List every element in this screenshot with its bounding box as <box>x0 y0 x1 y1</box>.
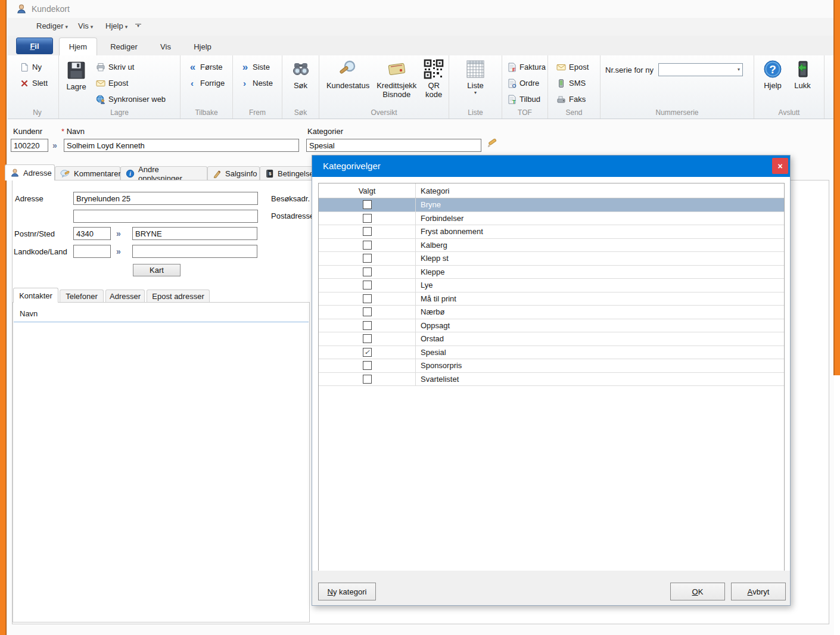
category-checkbox[interactable] <box>363 375 372 384</box>
navn-input[interactable] <box>64 139 299 152</box>
printer-icon <box>95 62 105 72</box>
skriv-ut-button[interactable]: Skriv ut <box>92 61 169 73</box>
forrige-button[interactable]: ‹Forrige <box>184 77 228 89</box>
lukk-button[interactable]: Lukk <box>790 59 815 90</box>
category-checkbox[interactable] <box>363 200 372 209</box>
comment-bubble-icon <box>60 169 70 178</box>
dialog-titlebar[interactable]: Kategorivelger × <box>312 155 790 177</box>
tilbud-button[interactable]: TTilbud <box>503 94 549 105</box>
category-row[interactable]: Forbindelser <box>319 212 784 226</box>
category-checkbox[interactable] <box>363 241 372 250</box>
ny-kategori-button[interactable]: Ny kategori <box>318 583 376 600</box>
category-checkbox[interactable] <box>363 361 372 370</box>
kundenr-input[interactable] <box>11 139 48 152</box>
ordre-button[interactable]: OOrdre <box>503 77 549 89</box>
category-checkbox[interactable] <box>363 227 372 236</box>
send-faks-button[interactable]: Faks <box>553 94 592 105</box>
ribbon: Ny Slett Ny Lagre Skriv ut Epost Synkron… <box>8 55 833 119</box>
category-checkbox-checked[interactable]: ✓ <box>363 348 372 357</box>
neste-button[interactable]: ›Neste <box>237 77 276 89</box>
category-checkbox[interactable] <box>363 254 372 263</box>
contact-list-navn-header[interactable]: Navn <box>20 309 38 318</box>
slett-button[interactable]: Slett <box>16 77 51 89</box>
land-input[interactable] <box>132 245 257 258</box>
category-checkbox[interactable] <box>363 281 372 290</box>
kundenr-lookup-button[interactable]: » <box>52 141 57 150</box>
send-epost-button[interactable]: Epost <box>553 61 592 73</box>
category-row[interactable]: Fryst abonnement <box>319 225 784 239</box>
ribbon-group-frem: »Siste ›Neste Frem <box>233 55 282 119</box>
category-row[interactable]: Må til print <box>319 292 784 306</box>
postnr-input[interactable] <box>73 227 111 240</box>
category-row[interactable]: ✓Spesial <box>319 346 784 360</box>
category-row[interactable]: Orstad <box>319 332 784 346</box>
dialog-close-button[interactable]: × <box>772 158 788 174</box>
category-checkbox[interactable] <box>363 294 372 303</box>
tab-vis[interactable]: Vis <box>150 38 182 55</box>
forste-button[interactable]: «Første <box>184 61 228 73</box>
lagre-button[interactable]: Lagre <box>64 60 89 105</box>
category-checkbox[interactable] <box>363 334 372 343</box>
category-row[interactable]: Kalberg <box>319 239 784 253</box>
faktura-button[interactable]: FFaktura <box>503 61 549 73</box>
menu-hjelp[interactable]: Hjelp▾ <box>105 21 127 30</box>
postnr-lookup-button[interactable]: » <box>116 229 120 238</box>
nrserie-combobox[interactable]: ▾ <box>658 63 743 76</box>
column-header-valgt[interactable]: Valgt <box>319 183 416 198</box>
category-row[interactable]: Klepp st <box>319 252 784 266</box>
tab-telefoner[interactable]: Telefoner <box>60 290 104 303</box>
tab-kontakter[interactable]: Kontakter <box>13 288 58 303</box>
tab-salgsinfo[interactable]: Salgsinfo <box>207 166 260 180</box>
adresse1-input[interactable] <box>73 192 258 205</box>
sok-button[interactable]: Søk <box>288 59 313 90</box>
category-label: Sponsorpris <box>416 361 784 370</box>
landkode-lookup-button[interactable]: » <box>116 247 120 256</box>
tab-andre-opplysninger[interactable]: i Andre opplysninger <box>120 166 207 180</box>
category-row[interactable]: Oppsagt <box>319 319 784 333</box>
avbryt-button[interactable]: Avbryt <box>731 583 786 600</box>
double-chevron-right-icon: » <box>239 62 250 72</box>
category-row[interactable]: Kleppe <box>319 266 784 279</box>
kart-button[interactable]: Kart <box>133 264 181 276</box>
category-row[interactable]: Bryne <box>319 198 784 212</box>
category-checkbox[interactable] <box>363 307 372 316</box>
send-sms-button[interactable]: SMS <box>553 77 592 89</box>
ny-button[interactable]: Ny <box>16 61 51 73</box>
qr-kode-button[interactable]: QRkode <box>419 59 449 99</box>
column-header-kategori[interactable]: Kategori <box>416 186 784 195</box>
tab-betingelser[interactable]: $ Betingelser <box>260 166 319 180</box>
edit-pencil-icon[interactable] <box>486 138 497 150</box>
category-checkbox[interactable] <box>363 321 372 330</box>
tab-hjelp[interactable]: Hjelp <box>185 38 220 55</box>
sted-input[interactable] <box>132 227 257 240</box>
tab-rediger[interactable]: Rediger <box>103 38 145 55</box>
landkode-input[interactable] <box>73 245 111 258</box>
menu-rediger[interactable]: Rediger▾ <box>36 21 68 30</box>
liste-button[interactable]: Liste ▾ <box>463 59 488 94</box>
quick-access-toggle-icon[interactable]: ▾ <box>135 24 141 27</box>
category-row[interactable]: Sponsorpris <box>319 359 784 373</box>
category-table-header: Valgt Kategori <box>319 183 784 198</box>
ok-button[interactable]: OK <box>670 583 725 600</box>
menu-vis[interactable]: Vis▾ <box>78 21 93 30</box>
group-label-avslutt: Avslutt <box>754 108 824 117</box>
tab-adresse[interactable]: Adresse <box>5 164 55 180</box>
tab-kommentarer[interactable]: Kommentarer <box>55 166 120 180</box>
kredittsjekk-bisnode-button[interactable]: KredittsjekkBisnode <box>374 59 419 99</box>
tab-fil[interactable]: Fil <box>16 38 53 54</box>
kategorier-input[interactable] <box>306 139 481 152</box>
epost-button[interactable]: Epost <box>92 77 169 89</box>
synkroniser-web-button[interactable]: Synkroniser web <box>92 94 169 105</box>
tab-epost-adresser[interactable]: Epost adresser <box>147 290 210 303</box>
category-row[interactable]: Nærbø <box>319 306 784 319</box>
tab-adresser[interactable]: Adresser <box>105 290 145 303</box>
kundestatus-button[interactable]: Kundestatus <box>322 59 374 99</box>
category-row[interactable]: Lye <box>319 279 784 292</box>
adresse2-input[interactable] <box>73 210 258 223</box>
category-checkbox[interactable] <box>363 214 372 223</box>
siste-button[interactable]: »Siste <box>237 61 276 73</box>
category-checkbox[interactable] <box>363 267 372 276</box>
category-row[interactable]: Svartelistet <box>319 373 784 387</box>
tab-hjem[interactable]: Hjem <box>59 38 97 55</box>
hjelp-button[interactable]: ? Hjelp <box>760 59 785 90</box>
